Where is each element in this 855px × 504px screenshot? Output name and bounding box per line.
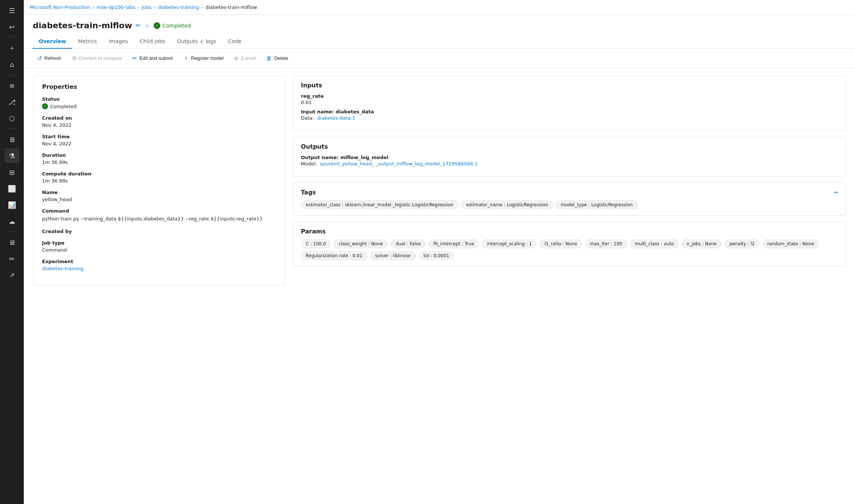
cancel-button[interactable]: ⊗ Cancel bbox=[229, 53, 260, 64]
prop-created-by: Created by bbox=[42, 229, 276, 234]
breadcrumb-sep-1: › bbox=[138, 5, 139, 10]
reg-rate-value: 0.01 bbox=[301, 100, 838, 105]
edit-title-icon[interactable]: ✏ bbox=[136, 22, 141, 29]
menu-icon[interactable]: ☰ bbox=[4, 3, 19, 18]
properties-panel: Properties Status ✓ Completed Created on… bbox=[33, 75, 286, 497]
properties-card: Properties Status ✓ Completed Created on… bbox=[33, 75, 286, 285]
outputs-title: Outputs bbox=[301, 143, 838, 150]
breadcrumb-item-4: diabetes-train-mlflow bbox=[205, 4, 257, 10]
flask-icon[interactable]: ⚗ bbox=[4, 148, 19, 163]
toolbar: ↺ Refresh ⚙ Connect to compute ✏ Edit an… bbox=[24, 49, 855, 68]
refresh-button[interactable]: ↺ Refresh bbox=[33, 53, 66, 64]
cancel-label: Cancel bbox=[241, 55, 256, 61]
breadcrumb: Microsoft Non-Production › mlw-dp100-lab… bbox=[24, 0, 855, 15]
edit2-icon[interactable]: ✏ bbox=[4, 251, 19, 266]
grid-icon[interactable]: ⊞ bbox=[4, 165, 19, 180]
tab-code[interactable]: Code bbox=[222, 35, 247, 49]
param-item: intercept_scaling : 1 bbox=[482, 239, 537, 248]
prop-created-on-label: Created on bbox=[42, 115, 276, 121]
param-item: Regularization rate : 0.01 bbox=[301, 251, 367, 260]
tab-metrics[interactable]: Metrics bbox=[72, 35, 103, 49]
prop-status: Status ✓ Completed bbox=[42, 96, 276, 109]
refresh-label: Refresh bbox=[44, 55, 61, 61]
data-icon[interactable]: 📊 bbox=[4, 197, 19, 212]
export-icon[interactable]: ↗ bbox=[4, 268, 19, 282]
reg-rate-label: reg_rate bbox=[301, 93, 838, 99]
cancel-icon: ⊗ bbox=[234, 55, 239, 62]
prop-start-time-value: Nov 4, 2022 bbox=[42, 141, 276, 146]
prop-created-on: Created on Nov 4, 2022 bbox=[42, 115, 276, 128]
reg-rate-row: reg_rate 0.01 bbox=[301, 93, 838, 105]
input-data-row: Data: diabetes-data:1 bbox=[301, 115, 838, 121]
tag-item: model_type : LogisticRegression bbox=[556, 200, 637, 209]
prop-job-type-value: Command bbox=[42, 247, 276, 253]
prop-experiment-value[interactable]: diabetes-training bbox=[42, 266, 276, 271]
sidebar-divider3 bbox=[6, 129, 18, 129]
model-link2[interactable]: _output_mlflow_log_model_1729586584:1 bbox=[376, 161, 478, 167]
cloud-icon[interactable]: ☁ bbox=[4, 214, 19, 229]
data-link[interactable]: diabetes-data:1 bbox=[317, 115, 356, 121]
param-item: solver : liblinear bbox=[370, 251, 416, 260]
params-title: Params bbox=[301, 228, 838, 235]
params-container: C : 100.0class_weight : Nonedual : False… bbox=[301, 239, 838, 260]
tab-images[interactable]: Images bbox=[103, 35, 134, 49]
model-link1[interactable]: azureml_yellow_head_ bbox=[320, 161, 375, 167]
prop-command-value: python train.py --training_data ${{input… bbox=[42, 215, 276, 223]
page-header: diabetes-train-mlflow ✏ ☆ ✓ Completed bbox=[24, 15, 855, 35]
data-label: Data: bbox=[301, 115, 314, 121]
compute-icon[interactable]: 🖥 bbox=[4, 132, 19, 147]
param-item: fit_intercept : True bbox=[428, 239, 479, 248]
home-icon[interactable]: ⌂ bbox=[4, 57, 19, 72]
star-icon[interactable]: ☆ bbox=[145, 22, 150, 29]
connect-compute-button[interactable]: ⚙ Connect to compute bbox=[67, 53, 126, 64]
tabs: Overview Metrics Images Child jobs Outpu… bbox=[24, 35, 855, 49]
breadcrumb-item-3[interactable]: diabetes-training bbox=[158, 4, 199, 10]
param-item: tol : 0.0001 bbox=[419, 251, 454, 260]
prop-duration-value: 1m 36.99s bbox=[42, 159, 276, 165]
output-name-label: Output name: mlflow_log_model bbox=[301, 155, 838, 160]
edit-label: Edit and submit bbox=[139, 55, 173, 61]
workflow-icon[interactable]: ⬜ bbox=[4, 181, 19, 196]
param-item: n_jobs : None bbox=[682, 239, 721, 248]
content-area: Properties Status ✓ Completed Created on… bbox=[24, 68, 855, 504]
branch-icon[interactable]: ⎇ bbox=[4, 94, 19, 109]
tab-outputs-logs[interactable]: Outputs + logs bbox=[171, 35, 222, 49]
prop-status-value: Completed bbox=[50, 104, 77, 109]
param-item: max_iter : 100 bbox=[585, 239, 627, 248]
register-icon: ＋ bbox=[183, 55, 189, 62]
status-badge: ✓ Completed bbox=[154, 22, 191, 29]
breadcrumb-item-2[interactable]: Jobs bbox=[142, 4, 152, 10]
prop-name: Name yellow_head bbox=[42, 190, 276, 202]
tab-child-jobs[interactable]: Child jobs bbox=[134, 35, 171, 49]
main-content: Microsoft Non-Production › mlw-dp100-lab… bbox=[24, 0, 855, 504]
output-name-row: Output name: mlflow_log_model Model: azu… bbox=[301, 155, 838, 167]
tab-overview[interactable]: Overview bbox=[33, 35, 72, 49]
tags-edit-icon[interactable]: ✏ bbox=[834, 190, 838, 196]
prop-duration-label: Duration bbox=[42, 152, 276, 158]
monitor-icon[interactable]: 🖥 bbox=[4, 235, 19, 250]
breadcrumb-item-0[interactable]: Microsoft Non-Production bbox=[30, 4, 90, 10]
list-icon[interactable]: ≡ bbox=[4, 78, 19, 93]
edit-submit-button[interactable]: ✏ Edit and submit bbox=[128, 53, 177, 64]
delete-icon: 🗑 bbox=[266, 55, 272, 61]
delete-button[interactable]: 🗑 Delete bbox=[262, 53, 293, 64]
add-icon[interactable]: ＋ bbox=[4, 41, 19, 55]
output-model-row: Model: azureml_yellow_head_ _output_mlfl… bbox=[301, 161, 838, 167]
prop-compute-duration-value: 1m 36.99s bbox=[42, 178, 276, 184]
inputs-card: Inputs reg_rate 0.01 Input name: diabete… bbox=[293, 75, 846, 131]
register-model-button[interactable]: ＋ Register model bbox=[179, 52, 228, 64]
sidebar-divider4 bbox=[6, 232, 18, 232]
breadcrumb-item-1[interactable]: mlw-dp100-labs bbox=[97, 4, 135, 10]
sidebar-divider2 bbox=[6, 75, 18, 75]
back-icon[interactable]: ↩ bbox=[4, 19, 19, 34]
prop-created-on-value: Nov 4, 2022 bbox=[42, 122, 276, 128]
prop-experiment: Experiment diabetes-training bbox=[42, 259, 276, 271]
edit-icon: ✏ bbox=[132, 55, 137, 62]
input-name-label: Input name: diabetes_data bbox=[301, 109, 838, 114]
param-item: random_state : None bbox=[762, 239, 819, 248]
param-item: C : 100.0 bbox=[301, 239, 331, 248]
nodes-icon[interactable]: ⬡ bbox=[4, 111, 19, 126]
connect-icon: ⚙ bbox=[72, 55, 77, 62]
page-title: diabetes-train-mlflow bbox=[33, 21, 132, 30]
delete-label: Delete bbox=[274, 55, 288, 61]
